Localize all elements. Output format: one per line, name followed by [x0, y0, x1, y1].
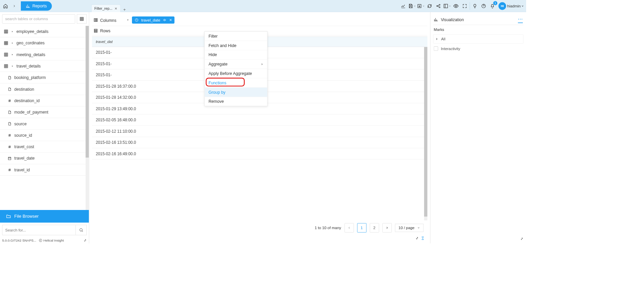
pill-remove-button[interactable]: ✕ [169, 18, 172, 22]
hash-icon [8, 133, 11, 137]
fullscreen-button[interactable] [460, 1, 469, 10]
column-pill-travel-date[interactable]: travel_date ✕ [132, 16, 175, 24]
reports-tab[interactable]: Reports [21, 1, 52, 11]
tree-column-travel_cost[interactable]: travel_cost [0, 141, 89, 153]
pin-icon[interactable] [519, 237, 523, 241]
home-button[interactable] [2, 2, 9, 10]
version-label: 5.0.0.GIT242 SNAPS... [2, 239, 36, 242]
tab-add-button[interactable]: + [120, 7, 129, 12]
pager-prev-button[interactable] [344, 223, 354, 232]
shelf-menu-caret-icon[interactable] [127, 19, 129, 22]
table-row[interactable]: 2015-02-16 16:49:00.0 [92, 148, 427, 159]
preview-button[interactable] [452, 1, 460, 10]
share-button[interactable] [434, 1, 443, 10]
page-size-select[interactable]: 10 / page [395, 224, 423, 232]
hash-icon [8, 145, 11, 148]
tree-column-booking_platform[interactable]: booking_platform [0, 72, 89, 83]
pin-icon[interactable] [415, 236, 418, 240]
calendar-icon [8, 156, 11, 160]
ctx-item-remove[interactable]: Remove [204, 97, 267, 106]
pager-page-2[interactable]: 2 [370, 223, 379, 232]
tree-column-destination_id[interactable]: destination_id [0, 95, 89, 107]
save-button[interactable] [408, 1, 416, 10]
hash-icon [8, 99, 11, 102]
pager: 1 to 10 of many 1 2 10 / page [92, 220, 427, 235]
visualization-more-button[interactable]: ⋯ [518, 16, 523, 23]
table-row[interactable]: 2015-02-12 11:10:00.0 [92, 126, 427, 137]
tree-table-travel_details[interactable]: travel_details [0, 60, 89, 72]
pin-icon[interactable] [83, 239, 87, 242]
tree-column-source_id[interactable]: source_id [0, 130, 89, 141]
eye-icon [453, 3, 459, 8]
tree-table-meeting_details[interactable]: meeting_details [0, 49, 89, 60]
file-search-input[interactable] [2, 225, 76, 235]
pager-next-button[interactable] [382, 223, 392, 232]
avatar[interactable]: HI [498, 2, 506, 10]
ctx-item-fetch-and-hide[interactable]: Fetch and Hide [204, 41, 267, 50]
hash-icon [8, 168, 11, 172]
table-tree: employee_details geo_cordinates meeting_… [0, 26, 89, 210]
data-scroll-thumb[interactable] [424, 47, 427, 217]
help-button[interactable] [479, 1, 488, 10]
export-button[interactable] [416, 1, 425, 10]
tree-column-source[interactable]: source [0, 118, 89, 129]
table-icon [4, 52, 8, 57]
table-grid-button[interactable] [77, 14, 87, 24]
tree-label: travel_date [14, 156, 35, 161]
tree-table-geo_cordinates[interactable]: geo_cordinates [0, 37, 89, 49]
refresh-icon [427, 3, 432, 8]
table-row[interactable]: 2015-02-16 13:51:00.0 [92, 137, 427, 148]
ctx-item-label: Filter [209, 34, 218, 38]
ctx-item-group-by[interactable]: Group by [204, 88, 267, 97]
hourglass-icon[interactable] [421, 236, 424, 240]
table-search-input[interactable] [2, 14, 75, 24]
ctx-item-functions[interactable]: Functions [204, 78, 267, 88]
tab-filter-rep[interactable]: Filter_rep... ✕ [91, 4, 120, 12]
ctx-item-hide[interactable]: Hide [204, 50, 267, 60]
share-icon [436, 3, 441, 8]
svg-point-4 [455, 5, 457, 7]
svg-rect-9 [4, 53, 8, 56]
search-icon [79, 228, 83, 232]
svg-point-12 [80, 228, 82, 231]
sidebar-scroll-thumb[interactable] [86, 26, 89, 158]
chevron-right-icon [12, 4, 16, 8]
table-row[interactable]: 2015-02-05 16:48:00.0 [92, 115, 427, 126]
file-search-button[interactable] [76, 225, 87, 235]
ctx-item-aggregate[interactable]: Aggregate [204, 59, 267, 69]
columns-label: Columns [100, 18, 116, 23]
ctx-item-label: Group by [209, 90, 225, 94]
tree-column-mode_of_payment[interactable]: mode_of_payment [0, 107, 89, 118]
layout-button[interactable] [443, 1, 452, 10]
chevron-right-icon [261, 63, 263, 66]
tree-column-travel_date[interactable]: travel_date [0, 153, 89, 164]
notifications-button[interactable]: 1 [488, 1, 497, 10]
chart-type-button[interactable] [399, 1, 408, 10]
tree-label: booking_platform [14, 75, 46, 80]
user-menu[interactable]: hiadmin [507, 4, 524, 8]
breadcrumb-next[interactable] [10, 2, 18, 10]
ctx-item-filter[interactable]: Filter [204, 32, 267, 41]
tree-column-destination[interactable]: destination [0, 83, 89, 95]
svg-rect-10 [4, 65, 8, 68]
chevron-left-icon [348, 226, 351, 229]
hint-button[interactable] [470, 1, 479, 10]
file-browser-button[interactable]: File Browser [0, 210, 89, 223]
tree-label: meeting_details [16, 52, 45, 57]
interactivity-checkbox[interactable] [434, 46, 438, 51]
tree-table-employee_details[interactable]: employee_details [0, 26, 89, 37]
tab-close-button[interactable]: ✕ [114, 6, 117, 10]
move-icon[interactable] [163, 18, 167, 22]
lightbulb-icon [472, 3, 477, 8]
columns-shelf[interactable]: Columns travel_date ✕ [92, 14, 427, 26]
pager-page-1[interactable]: 1 [357, 223, 366, 232]
rows-icon [94, 29, 98, 33]
refresh-button[interactable] [425, 1, 434, 10]
file-icon [8, 122, 11, 125]
pager-summary: 1 to 10 of many [315, 226, 341, 230]
sidebar: employee_details geo_cordinates meeting_… [0, 12, 89, 244]
ctx-item-apply-before-aggregate[interactable]: Apply Before Aggregate [204, 69, 267, 78]
interactivity-row[interactable]: Interactivity [433, 44, 523, 53]
tree-column-travel_id[interactable]: travel_id [0, 164, 89, 176]
marks-all-row[interactable]: All [433, 34, 523, 44]
